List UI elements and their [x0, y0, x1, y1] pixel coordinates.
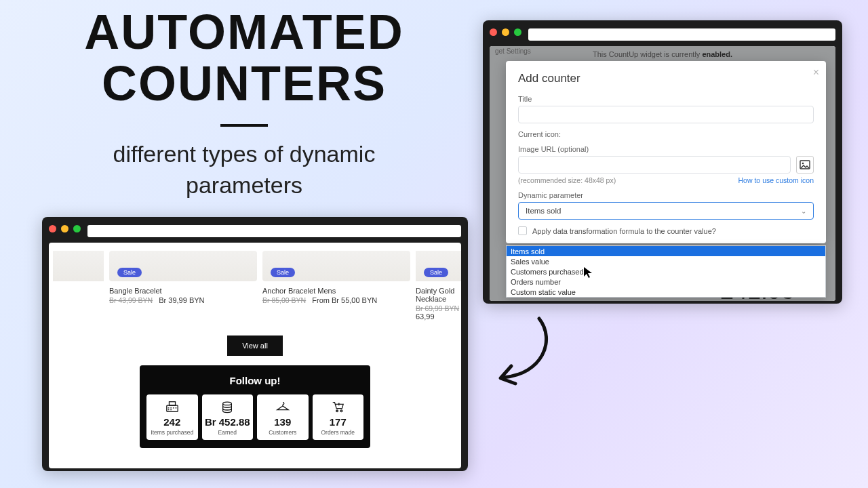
cart-icon [314, 400, 363, 413]
dropdown-option[interactable]: Items sold [507, 246, 825, 256]
stat-label: Customers [258, 429, 307, 436]
add-counter-modal: × Add counter Title Current icon: Image … [506, 61, 826, 243]
current-icon-label: Current icon: [518, 130, 814, 138]
hanger-icon [258, 400, 307, 413]
admin-window: get Settings This CountUp widget is curr… [483, 20, 842, 304]
stat-card: 242 Items purchased [146, 394, 198, 440]
product-card[interactable] [53, 251, 104, 321]
sale-badge: Sale [271, 268, 295, 277]
image-url-input[interactable] [518, 156, 791, 174]
product-price: Br 43,99 BYN Br 39,99 BYN [109, 296, 257, 304]
stat-value: Br 452.88 [203, 416, 252, 428]
apply-formula-checkbox[interactable]: Apply data transformation formula to the… [518, 226, 814, 235]
rec-size-hint: (recommended size: 48x48 px) [518, 176, 616, 184]
maximize-dot[interactable] [73, 225, 81, 232]
svg-rect-1 [169, 402, 175, 405]
view-all-button[interactable]: View all [227, 336, 283, 356]
minimize-dot[interactable] [61, 225, 68, 232]
checkbox-box[interactable] [518, 226, 527, 235]
image-picker-button[interactable] [796, 156, 814, 174]
svg-rect-0 [167, 405, 178, 411]
custom-icon-link[interactable]: How to use custom icon [738, 176, 814, 184]
headline-rule [220, 124, 268, 127]
svg-point-3 [336, 410, 338, 412]
product-row: Sale Bangle Bracelet Br 43,99 BYN Br 39,… [53, 251, 457, 331]
old-price: Br 69,99 BYN [416, 304, 459, 312]
product-price: Br 85,00 BYN From Br 55,00 BYN [262, 296, 410, 304]
curved-arrow-icon [488, 313, 563, 394]
stat-label: Orders made [314, 429, 363, 436]
product-card[interactable]: Sale Dainty Gold Necklace Br 69,99 BYN B… [416, 251, 461, 321]
product-card[interactable]: Sale Anchor Bracelet Mens Br 85,00 BYN F… [262, 251, 410, 321]
url-bar[interactable] [87, 225, 461, 237]
dropdown-option[interactable]: Custom static value [507, 287, 825, 297]
storefront-window: Sale Bangle Bracelet Br 43,99 BYN Br 39,… [42, 217, 468, 471]
follow-title: Follow up! [146, 375, 363, 386]
image-icon [800, 160, 810, 169]
close-dot[interactable] [490, 28, 497, 36]
product-name: Anchor Bracelet Mens [262, 287, 410, 295]
dynamic-param-label: Dynamic parameter [518, 191, 814, 199]
stat-card: Br 452.88 Earned [202, 394, 254, 440]
cash-register-icon [148, 400, 197, 413]
stat-value: 177 [314, 416, 363, 428]
url-bar[interactable] [528, 28, 835, 41]
product-name: Bangle Bracelet [109, 287, 257, 295]
stat-value: 139 [258, 416, 307, 428]
admin-viewport: get Settings This CountUp widget is curr… [490, 46, 835, 301]
image-url-label: Image URL (optional) [518, 145, 814, 153]
chevron-down-icon: ⌄ [801, 207, 806, 215]
dynamic-param-dropdown[interactable]: Items sold Sales value Customers purchas… [506, 245, 826, 298]
stat-card: 139 Customers [257, 394, 309, 440]
dropdown-option[interactable]: Orders number [507, 277, 825, 287]
cursor-icon [583, 266, 593, 281]
headline-line1: AUTOMATED [84, 5, 403, 59]
product-image: Sale [416, 251, 461, 281]
minimize-dot[interactable] [502, 28, 509, 36]
stat-value: 242 [148, 416, 197, 428]
window-controls[interactable] [49, 225, 81, 232]
product-name: Dainty Gold Necklace [416, 287, 461, 303]
product-card[interactable]: Sale Bangle Bracelet Br 43,99 BYN Br 39,… [109, 251, 257, 321]
checkbox-label: Apply data transformation formula to the… [532, 227, 716, 235]
select-value: Items sold [526, 207, 561, 215]
stat-label: Items purchased [148, 429, 197, 436]
headline: AUTOMATED COUNTERS [41, 7, 448, 109]
dynamic-param-select[interactable]: Items sold ⌄ [518, 202, 814, 220]
current-price: From Br 55,00 BYN [312, 296, 377, 304]
product-price: Br 69,99 BYN Br 63,99 [416, 304, 461, 321]
old-price: Br 43,99 BYN [109, 296, 153, 304]
window-controls[interactable] [490, 28, 521, 36]
svg-point-4 [340, 410, 342, 412]
headline-line2: COUNTERS [102, 56, 387, 110]
product-image [53, 251, 104, 281]
modal-title: Add counter [518, 72, 814, 85]
old-price: Br 85,00 BYN [262, 296, 306, 304]
product-image: Sale [109, 251, 257, 281]
stat-label: Earned [203, 429, 252, 436]
sale-badge: Sale [424, 268, 448, 277]
title-label: Title [518, 95, 814, 103]
dropdown-option[interactable]: Customers purchased [507, 266, 825, 277]
dropdown-option[interactable]: Sales value [507, 256, 825, 266]
headline-sub: different types of dynamic parameters [88, 139, 400, 201]
maximize-dot[interactable] [514, 28, 521, 36]
stat-card: 177 Orders made [313, 394, 364, 440]
close-icon[interactable]: × [813, 66, 819, 79]
follow-widget: Follow up! 242 Items purchased Br 452.88… [140, 365, 370, 448]
current-price: Br 39,99 BYN [159, 296, 204, 304]
product-image: Sale [262, 251, 410, 281]
svg-point-6 [802, 163, 804, 165]
svg-point-2 [223, 402, 232, 405]
sale-badge: Sale [117, 268, 142, 277]
storefront-viewport: Sale Bangle Bracelet Br 43,99 BYN Br 39,… [49, 243, 461, 468]
coins-icon [203, 400, 252, 413]
title-input[interactable] [518, 106, 814, 123]
close-dot[interactable] [49, 225, 56, 232]
